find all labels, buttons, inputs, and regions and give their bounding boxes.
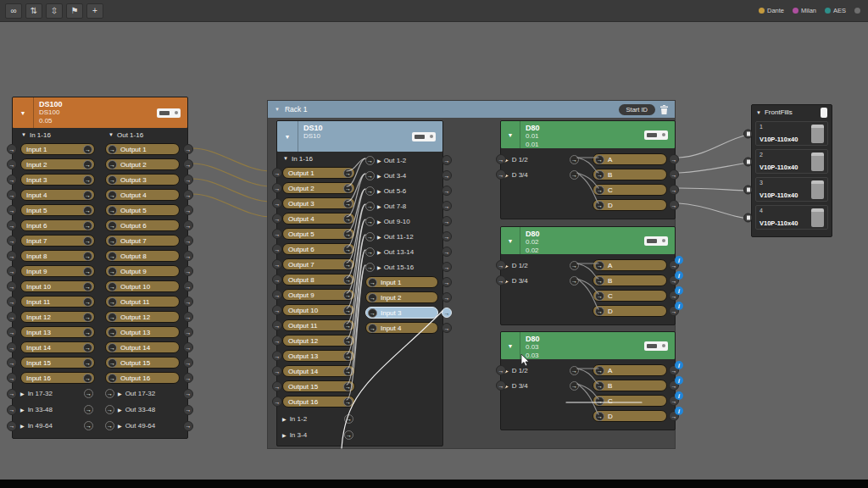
port-in[interactable]: →: [272, 259, 282, 269]
collapse-icon[interactable]: ▼: [501, 332, 520, 359]
chevron-right-icon[interactable]: ▶: [20, 407, 25, 413]
port-out[interactable]: →: [183, 236, 193, 246]
port-in[interactable]: →: [7, 281, 17, 291]
channel-pill[interactable]: →Input 3: [365, 307, 438, 319]
port-in[interactable]: →: [272, 214, 282, 224]
chevron-right-icon[interactable]: ▶: [20, 391, 25, 396]
speaker-port[interactable]: [743, 185, 753, 194]
port-out[interactable]: →: [183, 175, 193, 185]
chevron-down-icon[interactable]: ▼: [756, 110, 761, 115]
channel-pill[interactable]: →C: [593, 184, 667, 196]
channel-pill[interactable]: Input 11→: [20, 296, 95, 308]
port-in[interactable]: →: [7, 266, 17, 276]
arrow-icon[interactable]: →: [344, 430, 353, 440]
port-in[interactable]: →: [496, 260, 506, 270]
info-badge[interactable]: i: [675, 361, 683, 369]
channel-pill[interactable]: →A: [593, 259, 667, 271]
channel-pill[interactable]: →A: [593, 153, 667, 165]
channel-pill[interactable]: Input 6→: [20, 219, 95, 231]
channel-pill[interactable]: →Output 2: [105, 158, 180, 170]
arrow-icon[interactable]: →: [108, 175, 117, 185]
port-out[interactable]: →: [183, 281, 193, 291]
channel-pill[interactable]: →Output 11: [105, 296, 180, 308]
port-out[interactable]: →: [442, 201, 452, 211]
channel-pill[interactable]: →B: [593, 169, 667, 180]
distribute-horizontal-icon[interactable]: ⇳: [46, 3, 63, 19]
port-out[interactable]: →: [442, 277, 452, 287]
port-in[interactable]: →: [272, 366, 282, 376]
arrow-icon[interactable]: →: [108, 160, 117, 169]
arrow-icon[interactable]: →: [108, 374, 117, 383]
port-in[interactable]: →: [7, 220, 17, 230]
port-in[interactable]: →: [7, 190, 17, 200]
channel-pill[interactable]: Input 5→: [20, 204, 95, 216]
arrow-icon[interactable]: →: [83, 252, 92, 261]
chevron-right-icon[interactable]: ▶: [377, 234, 381, 240]
channel-pill[interactable]: Output 3→: [282, 197, 355, 209]
arrow-icon[interactable]: →: [368, 293, 377, 302]
port-in[interactable]: →: [496, 154, 506, 164]
arrow-icon[interactable]: →: [343, 169, 353, 178]
arrow-icon[interactable]: →: [105, 389, 114, 398]
port-in[interactable]: →: [272, 396, 282, 407]
arrow-icon[interactable]: →: [83, 206, 92, 215]
arrow-icon[interactable]: →: [108, 358, 117, 368]
arrow-icon[interactable]: →: [108, 145, 117, 154]
port-out[interactable]: →: [183, 266, 193, 276]
start-id-button[interactable]: Start ID: [619, 104, 655, 115]
port-in[interactable]: →: [496, 275, 506, 286]
speaker-port[interactable]: [743, 129, 753, 138]
channel-pill[interactable]: Input 14→: [20, 341, 95, 353]
arrow-icon[interactable]: →: [83, 175, 92, 185]
channel-pill[interactable]: Output 8→: [282, 274, 355, 286]
port-out[interactable]: →: [183, 342, 193, 352]
arrow-icon[interactable]: →: [108, 328, 117, 337]
arrow-icon[interactable]: →: [343, 352, 353, 361]
channel-pill[interactable]: Input 8→: [20, 250, 95, 262]
arrow-icon[interactable]: →: [595, 396, 604, 406]
arrow-icon[interactable]: →: [365, 202, 375, 211]
channel-pill[interactable]: Output 13→: [282, 350, 355, 362]
channel-pill[interactable]: Output 6→: [282, 243, 355, 255]
arrow-icon[interactable]: →: [344, 414, 353, 424]
channel-pill[interactable]: →Output 14: [105, 341, 180, 353]
arrow-icon[interactable]: →: [343, 245, 353, 254]
frontfills-node[interactable]: ▼ FrontFills 1V10P-110x402V10P-110x403V1…: [751, 104, 832, 237]
amp-header[interactable]: ▼D800.020.02: [501, 227, 675, 254]
port-in[interactable]: →: [7, 159, 17, 169]
port-in[interactable]: →: [7, 389, 17, 399]
port-out[interactable]: →: [183, 312, 193, 322]
channel-pill[interactable]: →Input 4: [365, 322, 438, 334]
ds100-in-group[interactable]: ▼ In 1-16: [13, 131, 100, 139]
rack-node[interactable]: ▼ Rack 1 Start ID ▼ DS10 DS10: [267, 100, 676, 449]
arrow-icon[interactable]: →: [84, 389, 93, 398]
channel-pill[interactable]: Output 15→: [282, 380, 355, 392]
channel-pill[interactable]: Input 16→: [20, 372, 95, 384]
amp-header[interactable]: ▼D800.010.01: [501, 121, 675, 148]
channel-pill[interactable]: →D: [593, 410, 667, 422]
arrow-icon[interactable]: →: [595, 201, 604, 210]
arrow-icon[interactable]: →: [108, 282, 117, 291]
port-in[interactable]: →: [272, 168, 282, 178]
port-in[interactable]: →: [7, 327, 17, 337]
node-canvas[interactable]: ▼ DS100 DS100 0.05 ▼ In 1-16 ▼ Out 1-16: [0, 22, 868, 480]
port-in[interactable]: →: [7, 236, 17, 246]
arrow-icon[interactable]: →: [83, 343, 92, 352]
port-out[interactable]: →: [183, 389, 193, 399]
arrow-icon[interactable]: →: [365, 156, 375, 165]
channel-pill[interactable]: →Output 13: [105, 326, 180, 338]
channel-pill[interactable]: →C: [593, 395, 667, 407]
channel-pill[interactable]: →Output 16: [105, 372, 180, 384]
arrow-icon[interactable]: →: [84, 405, 93, 414]
channel-pill[interactable]: →B: [593, 274, 667, 286]
arrow-icon[interactable]: →: [343, 291, 353, 300]
port-out[interactable]: →: [442, 216, 452, 226]
arrow-icon[interactable]: →: [343, 199, 353, 208]
channel-pill[interactable]: →Output 5: [105, 204, 180, 216]
chevron-right-icon[interactable]: ▶: [282, 432, 287, 438]
port-in[interactable]: →: [496, 380, 506, 391]
channel-pill[interactable]: →Output 7: [105, 235, 180, 247]
channel-pill[interactable]: →D: [593, 199, 667, 211]
info-badge[interactable]: i: [675, 407, 683, 415]
channel-pill[interactable]: →Output 15: [105, 357, 180, 369]
